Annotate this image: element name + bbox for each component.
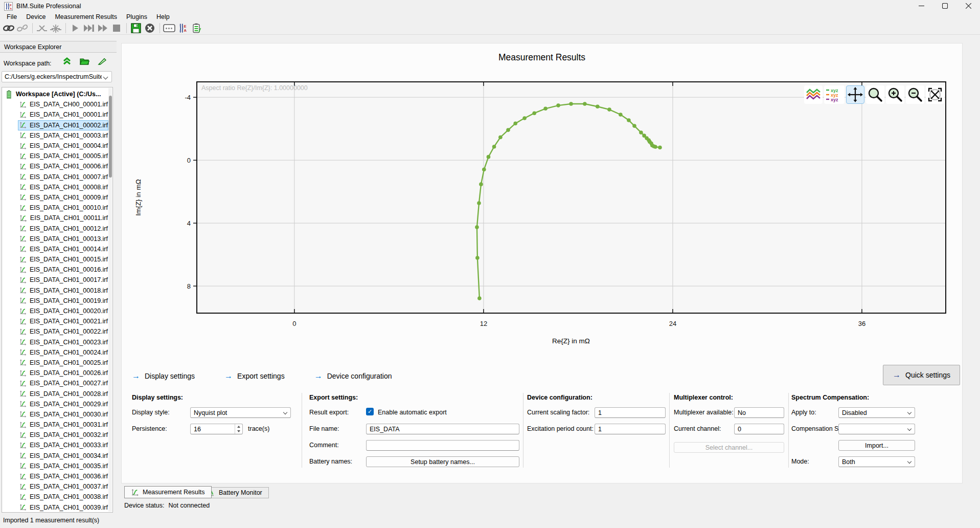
tree-item-result-file[interactable]: EIS_DATA_CH01_00014.irf xyxy=(18,244,108,254)
menu-plugins[interactable]: Plugins xyxy=(122,13,152,21)
menu-device[interactable]: Device xyxy=(21,13,50,21)
import-button[interactable]: Import... xyxy=(838,440,915,451)
tree-item-result-file[interactable]: EIS_DATA_CH01_00017.irf xyxy=(18,275,108,285)
spin-down-icon[interactable] xyxy=(235,429,242,434)
stop-icon[interactable] xyxy=(110,22,123,34)
menu-file[interactable]: File xyxy=(2,13,21,21)
tree-item-result-file[interactable]: EIS_DATA_CH01_00024.irf xyxy=(18,347,108,358)
tree-item-result-file[interactable]: EIS_DATA_CH01_00013.irf xyxy=(18,234,108,244)
impedance-device-icon[interactable] xyxy=(163,22,176,34)
tree-item-result-file[interactable]: EIS_DATA_CH01_00018.irf xyxy=(18,285,108,296)
display-style-select[interactable]: Nyquist plot xyxy=(190,407,291,418)
tree-item-result-file[interactable]: EIS_DATA_CH01_00031.irf xyxy=(18,420,108,430)
quick-settings-button[interactable]: → Quick settings xyxy=(883,365,960,385)
pan-tool-icon[interactable] xyxy=(846,85,864,104)
close-button[interactable] xyxy=(956,0,980,12)
legend-icon[interactable]: xyz xyz xyz xyxy=(824,85,845,104)
spin-up-icon[interactable] xyxy=(235,424,242,429)
tree-item-result-file[interactable]: EIS_DATA_CH01_00028.irf xyxy=(18,388,108,399)
apply-to-select[interactable]: Disabled xyxy=(838,407,915,418)
skip-to-end-icon[interactable] xyxy=(82,22,96,34)
zoom-tool-icon[interactable] xyxy=(866,85,884,104)
tree-item-result-file[interactable]: EIS_DATA_CH01_00033.irf xyxy=(18,440,108,450)
excitation-period-input[interactable] xyxy=(595,424,666,434)
tree-item-result-file[interactable]: EIS_DATA_CH01_00010.irf xyxy=(18,203,108,213)
tree-item-result-file[interactable]: EIS_DATA_CH01_00004.irf xyxy=(18,141,108,151)
tree-item-result-file[interactable]: EIS_DATA_CH01_00026.irf xyxy=(18,368,108,378)
tree-item-result-file[interactable]: EIS_DATA_CH01_00016.irf xyxy=(18,265,108,275)
tree-item-result-file[interactable]: EIS_DATA_CH01_00035.irf xyxy=(18,461,108,471)
play-icon[interactable] xyxy=(69,22,82,34)
collapse-all-icon[interactable] xyxy=(62,57,72,65)
menu-measurement-results[interactable]: Measurement Results xyxy=(50,13,122,21)
workspace-tree[interactable]: Workspace [Active] (C:/Us... EIS_DATA_CH… xyxy=(2,87,113,513)
ea-device-icon[interactable]: E A xyxy=(176,22,190,34)
setup-battery-names-button[interactable]: Setup battery names... xyxy=(366,456,519,467)
tree-scrollbar-thumb[interactable] xyxy=(109,96,112,178)
compensation-source-select[interactable] xyxy=(838,424,915,434)
tree-item-result-file[interactable]: EIS_DATA_CH01_00001.irf xyxy=(18,109,108,120)
tree-root-item[interactable]: Workspace [Active] (C:/Us... xyxy=(2,89,108,99)
workspace-path-combobox[interactable]: C:/Users/g.eckers/InspectrumSuite xyxy=(2,71,112,82)
calibrate-short-icon[interactable] xyxy=(35,22,49,34)
edit-workspace-icon[interactable] xyxy=(98,57,107,65)
fast-forward-icon[interactable] xyxy=(96,22,109,34)
tree-item-result-file[interactable]: EIS_DATA_CH01_00019.irf xyxy=(18,296,108,306)
tree-item-result-file[interactable]: EIS_DATA_CH01_00032.irf xyxy=(18,430,108,440)
battery-monitor-icon[interactable] xyxy=(190,22,203,34)
tree-item-result-file[interactable]: EIS_DATA_CH01_00015.irf xyxy=(18,254,108,265)
display-settings-link[interactable]: → Display settings xyxy=(132,371,195,381)
calibrate-open-icon[interactable] xyxy=(49,22,62,34)
tree-item-result-file[interactable]: EIS_DATA_CH01_00009.irf xyxy=(18,192,108,203)
tree-item-result-file[interactable]: EIS_DATA_CH01_00023.irf xyxy=(18,337,108,347)
tree-item-result-file[interactable]: EIS_DATA_CH01_00037.irf xyxy=(18,481,108,492)
tab-measurement-results[interactable]: Measurement Results xyxy=(124,486,212,498)
maximize-button[interactable] xyxy=(933,0,956,12)
tree-scrollbar[interactable] xyxy=(108,88,112,512)
tree-item-result-file[interactable]: EIS_DATA_CH01_00007.irf xyxy=(18,172,108,182)
device-configuration-link[interactable]: → Device configuration xyxy=(314,371,392,381)
open-folder-icon[interactable] xyxy=(80,57,89,65)
disconnect-icon[interactable] xyxy=(16,22,29,34)
tree-item-result-file[interactable]: EIS_DATA_CH01_00034.irf xyxy=(18,451,108,461)
multiplexer-available-field[interactable] xyxy=(734,407,784,418)
mode-select[interactable]: Both xyxy=(838,456,915,467)
tree-item-result-file[interactable]: EIS_DATA_CH01_00039.irf xyxy=(18,502,108,513)
tree-item-result-file[interactable]: EIS_DATA_CH01_00003.irf xyxy=(18,130,108,141)
save-icon[interactable] xyxy=(129,22,143,34)
tree-item-result-file[interactable]: EIS_DATA_CH01_00030.irf xyxy=(18,409,108,420)
fit-view-icon[interactable] xyxy=(926,85,944,104)
tree-item-result-file[interactable]: EIS_DATA_CH01_00012.irf xyxy=(18,223,108,233)
tree-item-result-file[interactable]: EIS_DATA_CH00_00001.irf xyxy=(18,99,108,109)
minimize-button[interactable] xyxy=(909,0,933,12)
tree-item-result-file[interactable]: EIS_DATA_CH01_00022.irf xyxy=(18,326,108,337)
persistence-stepper[interactable]: 16 xyxy=(190,424,243,434)
tree-item-result-file[interactable]: EIS_DATA_CH01_00027.irf xyxy=(18,378,108,388)
tree-item-result-file[interactable]: EIS_DATA_CH01_00006.irf xyxy=(18,161,108,171)
tree-item-result-file[interactable]: EIS_DATA_CH01_00008.irf xyxy=(18,182,108,192)
abort-icon[interactable] xyxy=(143,22,156,34)
zoom-in-icon[interactable] xyxy=(886,85,904,104)
tree-item-result-file[interactable]: EIS_DATA_CH01_00036.irf xyxy=(18,471,108,481)
tree-item-result-file[interactable]: EIS_DATA_CH01_00029.irf xyxy=(18,399,108,409)
file-name-input[interactable] xyxy=(366,424,519,434)
tree-item-result-file[interactable]: EIS_DATA_CH01_00011.irf xyxy=(18,213,108,223)
tree-item-result-file[interactable]: EIS_DATA_CH01_00020.irf xyxy=(18,306,108,316)
zoom-out-icon[interactable] xyxy=(906,85,924,104)
menu-help[interactable]: Help xyxy=(152,13,174,21)
tree-item-result-file[interactable]: EIS_DATA_CH01_00005.irf xyxy=(18,151,108,161)
connect-icon[interactable] xyxy=(2,22,15,34)
export-settings-link[interactable]: → Export settings xyxy=(224,371,285,381)
tree-item-result-file[interactable]: EIS_DATA_CH01_00038.irf xyxy=(18,492,108,502)
comment-input[interactable] xyxy=(366,440,519,451)
nyquist-plot-canvas[interactable]: 0122436-4048 xyxy=(197,82,946,313)
tree-item-result-file[interactable]: EIS_DATA_CH01_00021.irf xyxy=(18,316,108,326)
nyquist-plot[interactable]: 0122436-4048 Aspect ratio Re{Z}/Im{Z}: 1… xyxy=(197,82,946,313)
automatic-export-checkbox[interactable]: ✓ xyxy=(366,408,374,415)
select-channel-button[interactable]: Select channel... xyxy=(674,442,784,453)
tree-item-result-file[interactable]: EIS_DATA_CH01_00025.irf xyxy=(18,358,108,368)
tree-item-result-file[interactable]: EIS_DATA_CH01_00002.irf xyxy=(18,120,108,130)
current-scaling-input[interactable] xyxy=(595,407,666,418)
traces-icon[interactable] xyxy=(804,85,823,104)
current-channel-input[interactable] xyxy=(734,424,784,434)
